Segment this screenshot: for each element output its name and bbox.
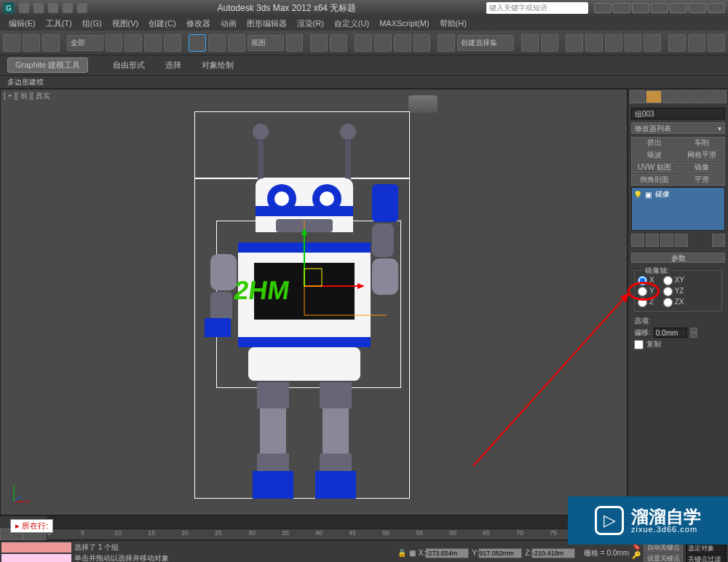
snap-2d-icon[interactable] — [355, 34, 372, 52]
remove-modifier-icon[interactable] — [675, 234, 688, 247]
offset-input[interactable] — [654, 328, 687, 338]
axis-y-radio[interactable]: Y — [638, 286, 654, 297]
menu-grapheditors[interactable]: 图形编辑器 — [242, 17, 291, 31]
modifier-stack[interactable]: 💡▣ 镜像 — [631, 187, 725, 231]
unlink-icon[interactable] — [23, 34, 40, 52]
mod-btn-noise[interactable]: 噪波 — [631, 149, 678, 161]
coord-x-input[interactable] — [425, 548, 469, 558]
exchange-icon[interactable] — [613, 3, 630, 13]
select-object-icon[interactable] — [106, 34, 123, 52]
coord-z-input[interactable] — [531, 548, 575, 558]
help-search-input[interactable]: 键入关键字或短语 — [486, 2, 588, 14]
select-move-icon[interactable] — [189, 34, 206, 52]
graphite-tab[interactable]: Graphite 建模工具 — [7, 58, 88, 73]
axis-yz-radio[interactable]: YZ — [663, 286, 684, 297]
menu-views[interactable]: 视图(V) — [108, 17, 143, 31]
link-icon[interactable] — [3, 34, 20, 52]
favorites-icon[interactable] — [632, 3, 649, 13]
display-tab-icon[interactable] — [695, 90, 710, 103]
copy-checkbox[interactable] — [634, 340, 644, 349]
mod-btn-lathe[interactable]: 车削 — [678, 137, 725, 149]
coord-y-input[interactable] — [478, 548, 522, 558]
layers-icon[interactable] — [566, 34, 583, 52]
script-output[interactable] — [1, 554, 71, 562]
lock-selection-icon[interactable]: 🔒 — [397, 549, 406, 557]
axis-xy-radio[interactable]: XY — [663, 275, 684, 286]
selection-tab[interactable]: 选择 — [155, 58, 191, 72]
modify-tab-icon[interactable] — [646, 90, 661, 103]
select-region-icon[interactable] — [144, 34, 162, 52]
offset-spin-up[interactable] — [690, 328, 697, 333]
objectpaint-tab[interactable]: 对象绘制 — [191, 58, 244, 72]
select-scale-icon[interactable] — [228, 34, 245, 52]
utilities-tab-icon[interactable] — [711, 90, 727, 103]
axis-x-radio[interactable]: X — [638, 275, 654, 286]
key-mode-icon[interactable]: 🔑 — [632, 551, 641, 559]
align-icon[interactable] — [541, 34, 558, 52]
axis-zx-radio[interactable]: ZX — [663, 297, 684, 308]
select-by-name-icon[interactable] — [124, 34, 142, 52]
ref-coord-dropdown[interactable]: 视图 — [248, 35, 284, 51]
named-sel-dropdown[interactable]: 创建选择集 — [457, 35, 514, 51]
qat-undo-icon[interactable] — [63, 3, 73, 13]
spinner-snap-icon[interactable] — [414, 34, 431, 52]
render-setup-icon[interactable] — [668, 34, 686, 52]
mod-btn-uvwmap[interactable]: UVW 贴图 — [631, 162, 678, 173]
maximize-button[interactable] — [689, 3, 706, 13]
make-unique-icon[interactable] — [660, 234, 673, 247]
script-listener[interactable] — [1, 542, 71, 553]
mod-btn-extrude[interactable]: 挤出 — [631, 137, 678, 149]
mod-btn-mirror[interactable]: 镜像 — [678, 162, 725, 173]
close-button[interactable] — [708, 3, 725, 13]
object-name-field[interactable]: 组003 — [631, 108, 725, 119]
pin-stack-icon[interactable] — [631, 234, 644, 247]
mod-btn-bevelprofile[interactable]: 倒角剖面 — [631, 174, 678, 186]
viewport-front[interactable]: [ + ][ 前 ][ 真实 2HM — [0, 89, 628, 515]
menu-rendering[interactable]: 渲染(R) — [293, 17, 328, 31]
freeform-tab[interactable]: 自由形式 — [103, 58, 155, 72]
menu-customize[interactable]: 自定义(U) — [330, 17, 373, 31]
qat-new-icon[interactable] — [19, 3, 29, 13]
select-manipulate-icon[interactable] — [310, 34, 328, 52]
hierarchy-tab-icon[interactable] — [662, 90, 678, 103]
setkey-button[interactable]: 设置关键点 — [644, 553, 683, 562]
schematic-view-icon[interactable] — [625, 34, 642, 52]
show-end-result-icon[interactable] — [646, 234, 659, 247]
menu-group[interactable]: 组(G) — [78, 17, 106, 31]
window-crossing-icon[interactable] — [164, 34, 181, 52]
qat-redo-icon[interactable] — [77, 3, 87, 13]
menu-maxscript[interactable]: MAXScript(M) — [375, 17, 433, 29]
app-logo-icon[interactable]: G — [3, 2, 15, 14]
mod-btn-smooth[interactable]: 平滑 — [678, 174, 725, 186]
menu-edit[interactable]: 编辑(E) — [4, 17, 40, 31]
lightbulb-icon[interactable]: 💡 — [633, 191, 642, 199]
mirror-icon[interactable] — [521, 34, 539, 52]
qat-open-icon[interactable] — [33, 3, 44, 13]
help-icon[interactable] — [651, 3, 668, 13]
pivot-center-icon[interactable] — [286, 34, 304, 52]
modifier-list-dropdown[interactable]: 修改器列表▾ — [631, 122, 725, 134]
material-editor-icon[interactable] — [644, 34, 661, 52]
axis-z-radio[interactable]: Z — [638, 297, 654, 308]
render-production-icon[interactable] — [708, 34, 725, 52]
menu-modifiers[interactable]: 修改器 — [182, 17, 215, 31]
motion-tab-icon[interactable] — [678, 90, 694, 103]
viewport-label[interactable]: [ + ][ 前 ][ 真实 — [4, 91, 50, 101]
rendered-frame-icon[interactable] — [688, 34, 705, 52]
bind-spacewarp-icon[interactable] — [42, 34, 60, 52]
selection-filter-dropdown[interactable]: 全部 — [67, 35, 103, 51]
params-rollout-header[interactable]: 参数 — [631, 253, 725, 263]
qat-save-icon[interactable] — [48, 3, 58, 13]
menu-animation[interactable]: 动画 — [216, 17, 241, 31]
menu-create[interactable]: 创建(C) — [144, 17, 180, 31]
select-rotate-icon[interactable] — [208, 34, 226, 52]
keyfilters-button[interactable]: 关键点过滤器... — [686, 553, 727, 562]
transform-type-in-icon[interactable]: ▦ — [409, 549, 416, 557]
configure-sets-icon[interactable] — [712, 234, 725, 247]
edit-named-sel-icon[interactable] — [438, 34, 455, 52]
menu-tools[interactable]: 工具(T) — [41, 17, 76, 31]
offset-spin-down[interactable] — [690, 333, 697, 338]
subscription-icon[interactable] — [594, 3, 612, 13]
keyboard-shortcut-icon[interactable] — [330, 34, 347, 52]
menu-help[interactable]: 帮助(H) — [435, 17, 471, 31]
